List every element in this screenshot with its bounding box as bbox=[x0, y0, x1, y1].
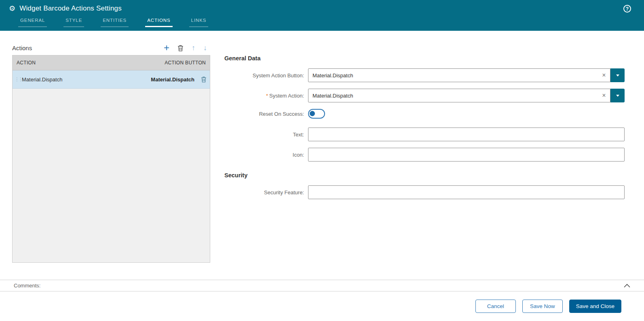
system-action-label: *System Action: bbox=[224, 93, 308, 99]
system-action-button-combobox: × bbox=[308, 68, 610, 82]
reset-on-success-label: Reset On Success: bbox=[224, 111, 308, 117]
security-feature-label: Security Feature: bbox=[224, 189, 308, 196]
cancel-button[interactable]: Cancel bbox=[475, 300, 516, 313]
clear-icon[interactable]: × bbox=[598, 72, 610, 79]
trash-icon bbox=[201, 76, 207, 83]
system-action-label-text: System Action: bbox=[269, 93, 304, 99]
required-asterisk: * bbox=[266, 93, 268, 99]
comments-bar: Comments: bbox=[0, 280, 644, 291]
tab-entities[interactable]: ENTITIES bbox=[101, 18, 129, 27]
text-label: Text: bbox=[224, 132, 308, 138]
system-action-button-input[interactable] bbox=[308, 69, 598, 82]
caret-down-icon bbox=[616, 74, 619, 77]
system-action-combobox: × bbox=[308, 89, 610, 102]
text-input[interactable] bbox=[308, 128, 625, 141]
system-action-input[interactable] bbox=[308, 89, 598, 102]
tab-links[interactable]: LINKS bbox=[189, 18, 209, 27]
field-row-security-feature: Security Feature: bbox=[224, 185, 625, 199]
reset-on-success-toggle[interactable] bbox=[308, 109, 325, 119]
save-and-close-button[interactable]: Save and Close bbox=[569, 300, 621, 313]
help-icon[interactable]: ? bbox=[623, 5, 631, 13]
header-title-row: ⚙ Widget Barcode Actions Settings bbox=[0, 0, 644, 13]
system-action-button-dropdown[interactable] bbox=[610, 68, 625, 82]
actions-table-body: ⋮⋮ Material.Dispatch Material.Dispatch bbox=[13, 70, 210, 262]
drag-handle-icon[interactable]: ⋮⋮ bbox=[15, 77, 19, 82]
actions-panel-header: Actions + ↑ ↓ bbox=[12, 40, 210, 55]
system-action-control: × bbox=[308, 89, 625, 102]
column-header-action-button: ACTION BUTTON bbox=[165, 60, 206, 66]
caret-down-icon bbox=[616, 95, 619, 97]
tab-general[interactable]: GENERAL bbox=[18, 18, 47, 27]
window-header: ⚙ Widget Barcode Actions Settings ? GENE… bbox=[0, 0, 644, 31]
move-down-button[interactable]: ↓ bbox=[203, 44, 207, 51]
icon-label: Icon: bbox=[224, 152, 308, 158]
footer-button-bar: Cancel Save Now Save and Close bbox=[0, 291, 644, 321]
field-row-system-action: *System Action: × bbox=[224, 89, 625, 102]
security-feature-input[interactable] bbox=[308, 185, 625, 199]
row-action-button-value: Material.Dispatch bbox=[151, 77, 194, 83]
trash-icon bbox=[177, 45, 184, 51]
section-title-general-data: General Data bbox=[224, 55, 625, 62]
collapse-comments-button[interactable] bbox=[624, 284, 630, 288]
system-action-button-control: × bbox=[308, 68, 625, 82]
tab-style[interactable]: STYLE bbox=[63, 18, 84, 27]
row-delete-button[interactable] bbox=[201, 76, 207, 83]
delete-action-button[interactable] bbox=[177, 45, 184, 51]
toggle-knob bbox=[310, 111, 315, 116]
actions-panel: Actions + ↑ ↓ ACTION ACTION BUTTON ⋮⋮ Ma… bbox=[12, 40, 210, 263]
details-form: General Data System Action Button: × *Sy… bbox=[224, 55, 625, 206]
clear-icon[interactable]: × bbox=[598, 92, 610, 99]
actions-panel-title: Actions bbox=[12, 45, 164, 51]
actions-table: ACTION ACTION BUTTON ⋮⋮ Material.Dispatc… bbox=[12, 55, 210, 263]
tab-actions[interactable]: ACTIONS bbox=[145, 18, 172, 27]
actions-table-header: ACTION ACTION BUTTON bbox=[13, 55, 210, 70]
move-up-button[interactable]: ↑ bbox=[192, 44, 195, 51]
tab-bar: GENERAL STYLE ENTITIES ACTIONS LINKS bbox=[0, 18, 644, 27]
field-row-text: Text: bbox=[224, 128, 625, 141]
gear-icon: ⚙ bbox=[9, 5, 15, 12]
add-action-button[interactable]: + bbox=[164, 43, 169, 53]
section-title-security: Security bbox=[224, 172, 625, 179]
field-row-reset-on-success: Reset On Success: bbox=[224, 109, 625, 119]
save-now-button[interactable]: Save Now bbox=[522, 300, 563, 313]
system-action-button-label: System Action Button: bbox=[224, 72, 308, 79]
system-action-dropdown[interactable] bbox=[610, 89, 625, 102]
icon-input[interactable] bbox=[308, 148, 625, 162]
comments-label: Comments: bbox=[14, 283, 624, 289]
column-header-action: ACTION bbox=[17, 60, 165, 66]
actions-toolbar: + ↑ ↓ bbox=[164, 43, 210, 53]
field-row-icon: Icon: bbox=[224, 148, 625, 162]
field-row-system-action-button: System Action Button: × bbox=[224, 68, 625, 82]
window-title: Widget Barcode Actions Settings bbox=[19, 4, 122, 13]
row-action-value: Material.Dispatch bbox=[22, 77, 151, 83]
chevron-up-icon bbox=[624, 284, 630, 288]
table-row[interactable]: ⋮⋮ Material.Dispatch Material.Dispatch bbox=[13, 70, 210, 89]
